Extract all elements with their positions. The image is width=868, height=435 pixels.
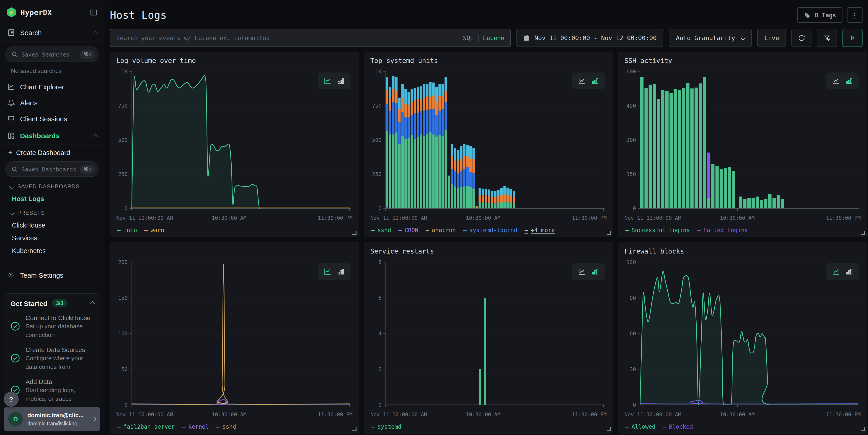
presets-group-header[interactable]: PRESETS xyxy=(0,205,104,219)
create-dashboard-button[interactable]: + Create Dashboard xyxy=(0,145,104,160)
bar-chart-view-icon[interactable] xyxy=(337,76,345,85)
sidebar-item-clickhouse[interactable]: ClickHouse xyxy=(0,219,104,231)
line-chart-view-icon[interactable] xyxy=(832,76,840,85)
bar-chart-view-icon[interactable] xyxy=(845,76,854,85)
saved-dashboards-input[interactable]: Saved Dashboards ⌘K xyxy=(5,161,98,177)
legend-item[interactable]: —Blocked xyxy=(663,423,693,430)
group-header-label: SAVED DASHBOARDS xyxy=(17,183,80,190)
svg-text:0: 0 xyxy=(379,206,382,211)
x-axis-label: Nov 11 12:00:00 AM xyxy=(370,411,427,418)
chart-legend: —Successful Logins—Failed Logins xyxy=(624,222,861,237)
x-axis-label: Nov 11 12:00:00 AM xyxy=(116,411,173,418)
line-chart-view-icon[interactable] xyxy=(578,267,586,276)
line-chart-view-icon[interactable] xyxy=(323,267,332,276)
get-started-step-sources[interactable]: Create Data Sources Configure where your… xyxy=(10,346,93,371)
legend-item[interactable]: —systemd xyxy=(371,423,401,430)
bar-chart-view-icon[interactable] xyxy=(337,267,345,276)
bar-chart-view-icon[interactable] xyxy=(591,267,599,276)
legend-swatch: — xyxy=(371,423,375,430)
help-button[interactable]: ? xyxy=(4,392,19,407)
chart-view-toggle[interactable] xyxy=(318,72,351,89)
panel-resize-handle[interactable] xyxy=(352,427,357,431)
line-chart-view-icon[interactable] xyxy=(832,267,840,276)
sidebar-item-team-settings[interactable]: Team Settings xyxy=(0,267,104,283)
sidebar-item-alerts[interactable]: Alerts xyxy=(0,95,104,111)
kebab-menu-button[interactable]: ⋮ xyxy=(847,7,863,23)
sidebar-item-services[interactable]: Services xyxy=(0,231,104,244)
sidebar-item-label: Chart Explorer xyxy=(20,83,64,91)
sidebar-item-search[interactable]: Search xyxy=(0,24,104,41)
legend-item[interactable]: —info xyxy=(117,226,137,233)
legend-item[interactable]: —anacron xyxy=(426,226,456,233)
line-chart-view-icon[interactable] xyxy=(578,76,586,85)
chart-view-toggle[interactable] xyxy=(318,263,351,280)
bell-icon xyxy=(7,99,15,107)
legend-item[interactable]: —sshd xyxy=(216,423,236,430)
x-axis-label: 10:30:00 AM xyxy=(212,411,246,418)
chart-view-toggle[interactable] xyxy=(572,263,605,280)
sidebar-item-kubernetes[interactable]: Kubernetes xyxy=(0,244,104,257)
bar-chart-view-icon[interactable] xyxy=(845,267,854,276)
legend-label: kernel xyxy=(188,423,209,430)
panel-resize-handle[interactable] xyxy=(607,427,611,431)
live-button[interactable]: Live xyxy=(757,29,786,47)
tags-button[interactable]: 0 Tags xyxy=(797,7,842,23)
legend-item[interactable]: —sshd xyxy=(371,226,391,233)
sidebar-item-chart-explorer[interactable]: Chart Explorer xyxy=(0,79,104,95)
x-axis-label: 10:30:00 AM xyxy=(466,215,501,221)
chart-view-toggle[interactable] xyxy=(572,72,605,89)
get-started-step-connect[interactable]: Connect to ClickHouse Set up your databa… xyxy=(10,314,93,339)
run-query-button[interactable] xyxy=(842,29,863,47)
sidebar-item-client-sessions[interactable]: Client Sessions xyxy=(0,111,104,127)
legend-label: sshd xyxy=(222,423,236,430)
legend-item[interactable]: —Successful Logins xyxy=(625,226,690,233)
toolbar: Search your events w/ Lucene ex. column:… xyxy=(110,29,863,47)
legend-item[interactable]: —Failed Logins xyxy=(697,226,748,233)
collapse-sidebar-button[interactable] xyxy=(90,8,98,16)
legend-item[interactable]: —Allowed xyxy=(625,423,655,430)
svg-text:600: 600 xyxy=(626,69,636,74)
x-axis-label: 11:30:00 PM xyxy=(572,215,607,221)
legend-item[interactable]: —kernel xyxy=(182,423,209,430)
chart-view-toggle[interactable] xyxy=(826,72,859,89)
legend-swatch: — xyxy=(625,226,629,233)
chart-view-toggle[interactable] xyxy=(826,263,859,280)
legend-swatch: — xyxy=(182,423,186,430)
bar-chart-view-icon[interactable] xyxy=(591,76,599,85)
get-started-step-add-data[interactable]: Add Data Start sending logs, metrics, or… xyxy=(10,377,93,403)
legend-item[interactable]: —fail2ban-server xyxy=(117,423,175,430)
date-range-picker[interactable]: Nov 11 00:00:00 - Nov 12 00:00:00 xyxy=(516,29,663,47)
event-search-input[interactable]: Search your events w/ Lucene ex. column:… xyxy=(110,29,510,47)
svg-text:0: 0 xyxy=(632,206,636,211)
line-chart-view-icon[interactable] xyxy=(323,76,332,85)
brand-name[interactable]: HyperDX xyxy=(21,8,52,17)
x-axis: Nov 11 12:00:00 AM10:30:00 AM11:30:00 PM xyxy=(624,214,861,222)
legend-item[interactable]: —warn xyxy=(144,226,164,233)
legend-item[interactable]: —+4 more xyxy=(525,226,555,233)
check-circle-icon xyxy=(10,321,20,331)
granularity-select[interactable]: Auto Granularity xyxy=(669,29,752,47)
lucene-mode-toggle[interactable]: Lucene xyxy=(483,34,504,41)
sql-mode-toggle[interactable]: SQL xyxy=(463,34,474,41)
user-menu[interactable]: D dominic.tran@clic... dominic.tran@clic… xyxy=(4,407,100,431)
sidebar-item-dashboards[interactable]: Dashboards xyxy=(0,127,104,145)
saved-dashboards-group-header[interactable]: SAVED DASHBOARDS xyxy=(0,179,104,192)
chevron-up-icon[interactable] xyxy=(93,132,97,139)
filter-button[interactable] xyxy=(817,29,837,47)
svg-text:250: 250 xyxy=(372,171,382,177)
panel-resize-handle[interactable] xyxy=(607,231,611,235)
legend-item[interactable]: —CRON xyxy=(398,226,418,233)
legend-swatch: — xyxy=(216,423,219,430)
chevron-up-icon[interactable] xyxy=(93,29,97,36)
hyperdx-logo-icon[interactable]: ⚡ xyxy=(6,7,17,17)
legend-item[interactable]: —systemd-logind xyxy=(463,226,518,233)
panel-resize-handle[interactable] xyxy=(861,231,865,235)
panel-resize-handle[interactable] xyxy=(352,231,357,235)
panel-resize-handle[interactable] xyxy=(861,427,865,431)
saved-searches-input[interactable]: Saved Searches ⌘K xyxy=(5,46,98,62)
sidebar-item-host-logs[interactable]: Host Logs xyxy=(0,192,104,205)
chart-canvas: 02505007501K xyxy=(116,69,352,214)
refresh-button[interactable] xyxy=(792,29,811,47)
saved-dashboards-placeholder: Saved Dashboards xyxy=(22,166,76,173)
chevron-up-icon[interactable] xyxy=(90,299,93,307)
